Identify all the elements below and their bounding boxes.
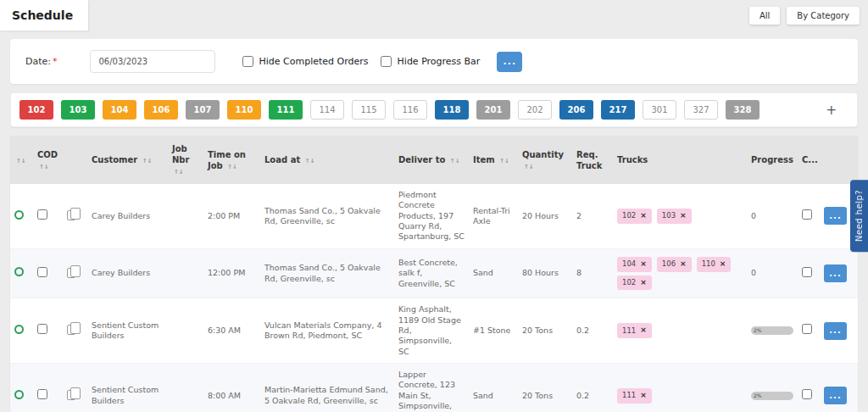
truck-chip[interactable]: 106×	[657, 257, 692, 272]
col-req-truck: Req. Truck	[572, 136, 613, 184]
remove-truck-icon[interactable]: ×	[640, 391, 647, 401]
truck-chip[interactable]: 102×	[617, 209, 652, 224]
view-by-category-button[interactable]: By Category	[787, 7, 860, 25]
time-on-job-cell: 12:00 PM	[203, 248, 260, 298]
required-asterisk: *	[53, 56, 58, 67]
truck-button-217[interactable]: 217	[601, 100, 635, 120]
truck-chip[interactable]: 102×	[617, 276, 652, 291]
hide-completed-toggle[interactable]: Hide Completed Orders	[242, 56, 369, 67]
remove-truck-icon[interactable]: ×	[640, 259, 647, 270]
sort-icon: ↑↓	[450, 158, 460, 164]
job-nbr-cell	[168, 248, 203, 298]
row-actions-button[interactable]: ...	[824, 264, 847, 282]
deliver-to-cell: Best Concrete, salk f, Greenville, SC	[394, 248, 469, 298]
date-input[interactable]	[90, 50, 215, 73]
truck-chip[interactable]: 104×	[617, 257, 652, 272]
col-time-on-job[interactable]: Time on Job ↑↓	[203, 136, 260, 184]
truck-button-301[interactable]: 301	[643, 100, 676, 120]
page-title-box: Schedule	[0, 0, 88, 31]
truck-button-327[interactable]: 327	[684, 100, 718, 120]
schedule-table: ↑↓ COD ↑↓ Customer ↑↓ Job Nbr ↑↓ Time on…	[10, 136, 858, 412]
truck-button-115[interactable]: 115	[352, 100, 386, 120]
remove-truck-icon[interactable]: ×	[680, 259, 687, 270]
hide-progress-toggle[interactable]: Hide Progress Bar	[381, 56, 481, 67]
truck-button-104[interactable]: 104	[103, 100, 136, 120]
job-nbr-cell	[168, 298, 203, 364]
load-at-cell: Thomas Sand Co., 5 Oakvale Rd, Greenvill…	[260, 248, 394, 298]
cod-checkbox[interactable]	[37, 324, 47, 334]
need-help-tab[interactable]: Need help?	[850, 180, 868, 252]
truck-button-328[interactable]: 328	[726, 100, 760, 120]
row-actions-button[interactable]: ...	[824, 322, 847, 340]
copy-icon[interactable]	[67, 210, 75, 220]
truck-button-118[interactable]: 118	[435, 100, 469, 120]
remove-truck-icon[interactable]: ×	[680, 211, 687, 221]
cod-checkbox[interactable]	[37, 209, 47, 220]
view-all-button[interactable]: All	[749, 7, 780, 25]
col-quantity[interactable]: Quantity ↑↓	[518, 136, 572, 184]
truck-bar: 1021031041061071101111141151161182012022…	[10, 92, 858, 127]
add-truck-button[interactable]: +	[814, 103, 849, 118]
complete-checkbox[interactable]	[802, 389, 812, 399]
item-cell: Sand	[469, 363, 518, 412]
truck-chip[interactable]: 111×	[617, 323, 652, 338]
row-actions-button[interactable]: ...	[824, 207, 847, 225]
hide-progress-label: Hide Progress Bar	[398, 56, 481, 67]
truck-button-103[interactable]: 103	[61, 100, 95, 120]
truck-bar-buttons: 1021031041061071101111141151161182012022…	[19, 100, 760, 120]
hide-progress-checkbox[interactable]	[381, 56, 392, 67]
remove-truck-icon[interactable]: ×	[720, 259, 726, 270]
table-row: Carey Builders 2:00 PM Thomas Sand Co., …	[10, 184, 858, 248]
complete-checkbox[interactable]	[802, 267, 812, 277]
sort-icon: ↑↓	[142, 158, 153, 164]
remove-truck-icon[interactable]: ×	[640, 278, 647, 288]
progress-bar: 2%	[751, 326, 793, 335]
status-circle[interactable]	[14, 390, 24, 399]
req-truck-cell: 8	[572, 248, 613, 298]
col-job-nbr[interactable]: Job Nbr ↑↓	[168, 136, 203, 184]
row-actions-button[interactable]: ...	[824, 387, 847, 404]
req-truck-cell: 0.2	[572, 363, 613, 412]
truck-button-107[interactable]: 107	[186, 100, 220, 120]
filters-more-button[interactable]: ...	[497, 52, 522, 72]
col-item[interactable]: Item ↑↓	[469, 136, 518, 184]
truck-button-116[interactable]: 116	[393, 100, 427, 120]
sort-icon: ↑↓	[227, 164, 237, 170]
truck-chip[interactable]: 111×	[617, 388, 652, 404]
remove-truck-icon[interactable]: ×	[640, 211, 647, 221]
truck-button-201[interactable]: 201	[476, 100, 510, 120]
col-cod[interactable]: COD ↑↓	[33, 136, 63, 184]
truck-chip[interactable]: 103×	[657, 209, 692, 224]
truck-button-102[interactable]: 102	[19, 100, 53, 120]
status-circle[interactable]	[14, 210, 24, 220]
status-circle[interactable]	[14, 267, 24, 276]
col-customer[interactable]: Customer ↑↓	[87, 136, 168, 184]
trucks-cell: 102× 103×	[613, 184, 747, 248]
truck-button-202[interactable]: 202	[518, 100, 552, 120]
view-toggle: All By Category	[749, 7, 860, 25]
copy-icon[interactable]	[67, 325, 75, 335]
complete-checkbox[interactable]	[802, 209, 812, 220]
truck-chip[interactable]: 110×	[697, 257, 732, 272]
status-circle[interactable]	[14, 325, 24, 334]
remove-truck-icon[interactable]: ×	[640, 326, 647, 336]
col-load-at[interactable]: Load at ↑↓	[260, 136, 394, 184]
cod-checkbox[interactable]	[37, 389, 47, 399]
col-deliver-to[interactable]: Deliver to ↑↓	[394, 136, 469, 184]
col-status[interactable]: ↑↓	[10, 136, 33, 184]
truck-button-114[interactable]: 114	[310, 100, 344, 120]
cod-checkbox[interactable]	[37, 267, 47, 277]
truck-button-106[interactable]: 106	[144, 100, 178, 120]
item-cell: #1 Stone	[469, 298, 518, 364]
customer-cell: Sentient Custom Builders	[87, 298, 168, 364]
truck-button-110[interactable]: 110	[227, 100, 261, 120]
item-cell: Sand	[469, 248, 518, 298]
copy-icon[interactable]	[67, 390, 75, 400]
complete-checkbox[interactable]	[802, 324, 812, 334]
truck-button-111[interactable]: 111	[269, 100, 303, 120]
hide-completed-checkbox[interactable]	[242, 56, 253, 67]
truck-button-206[interactable]: 206	[559, 100, 593, 120]
copy-icon[interactable]	[67, 268, 75, 278]
col-copy	[63, 136, 87, 184]
quantity-cell: 80 Hours	[518, 248, 572, 298]
